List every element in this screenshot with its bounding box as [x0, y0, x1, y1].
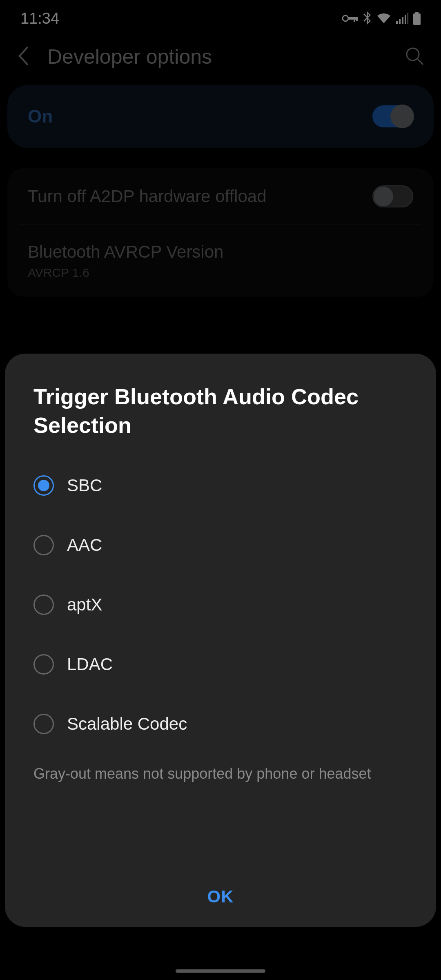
dialog-action-bar: OK [33, 871, 408, 927]
radio-icon [33, 714, 54, 734]
option-label: AAC [67, 535, 102, 555]
codec-option-sbc[interactable]: SBC [33, 456, 408, 515]
codec-option-aptx[interactable]: aptX [33, 575, 408, 635]
dialog-title: Trigger Bluetooth Audio Codec Selection [33, 382, 408, 439]
option-label: SBC [67, 476, 102, 495]
nav-handle[interactable] [176, 969, 265, 973]
option-label: Scalable Codec [67, 714, 187, 734]
codec-option-aac[interactable]: AAC [33, 515, 408, 575]
radio-icon [33, 535, 54, 555]
codec-option-list: SBC AAC aptX LDAC Scalable Codec [33, 456, 408, 754]
option-label: LDAC [67, 655, 113, 674]
codec-dialog: Trigger Bluetooth Audio Codec Selection … [5, 354, 436, 927]
radio-icon [33, 654, 54, 675]
dialog-note: Gray-out means not supported by phone or… [33, 754, 408, 782]
radio-icon [33, 595, 54, 615]
ok-button[interactable]: OK [207, 887, 234, 906]
option-label: aptX [67, 595, 102, 615]
radio-icon [33, 475, 54, 496]
codec-option-ldac[interactable]: LDAC [33, 635, 408, 694]
codec-option-scalable[interactable]: Scalable Codec [33, 694, 408, 754]
